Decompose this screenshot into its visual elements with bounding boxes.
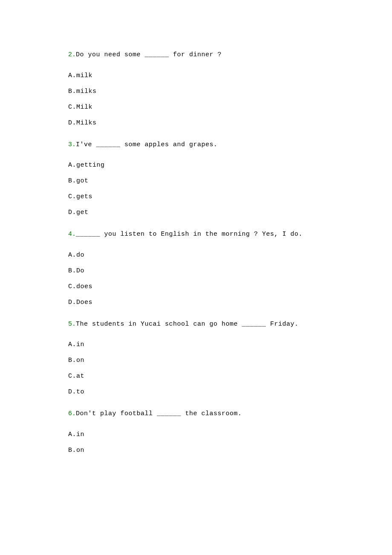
question-number: 6. — [68, 410, 76, 417]
question-3: 3.I've ______ some apples and grapes. A.… — [68, 140, 324, 217]
question-number: 2. — [68, 51, 76, 58]
question-prompt: 5.The students in Yucai school can go ho… — [68, 320, 324, 330]
question-prompt: 2.Do you need some ______ for dinner ? — [68, 50, 324, 60]
option-b: B.milks — [68, 88, 324, 95]
option-d: D.get — [68, 209, 324, 216]
option-d: D.Does — [68, 299, 324, 306]
question-text: I've ______ some apples and grapes. — [76, 141, 218, 148]
question-prompt: 3.I've ______ some apples and grapes. — [68, 140, 324, 150]
option-c: C.Milk — [68, 104, 324, 111]
option-a: A.getting — [68, 162, 324, 169]
question-5: 5.The students in Yucai school can go ho… — [68, 320, 324, 396]
option-a: A.in — [68, 341, 324, 348]
option-b: B.on — [68, 357, 324, 364]
question-4: 4.______ you listen to English in the mo… — [68, 230, 324, 306]
question-prompt: 6.Don't play football ______ the classro… — [68, 409, 324, 419]
option-b: B.got — [68, 177, 324, 185]
question-number: 3. — [68, 141, 76, 148]
question-6: 6.Don't play football ______ the classro… — [68, 409, 324, 454]
option-a: A.milk — [68, 72, 324, 79]
worksheet-content: 2.Do you need some ______ for dinner ? A… — [0, 0, 392, 454]
question-prompt: 4.______ you listen to English in the mo… — [68, 230, 324, 240]
option-b: B.Do — [68, 267, 324, 275]
option-c: C.does — [68, 283, 324, 290]
option-a: A.in — [68, 431, 324, 438]
option-c: C.at — [68, 373, 324, 380]
option-d: D.to — [68, 388, 324, 396]
question-2: 2.Do you need some ______ for dinner ? A… — [68, 50, 324, 127]
question-number: 5. — [68, 321, 76, 328]
question-text: Do you need some ______ for dinner ? — [76, 51, 222, 58]
option-c: C.gets — [68, 193, 324, 200]
question-text: Don't play football ______ the classroom… — [76, 410, 242, 417]
question-text: The students in Yucai school can go home… — [76, 321, 299, 328]
option-a: A.do — [68, 251, 324, 259]
option-d: D.Milks — [68, 119, 324, 127]
question-text: ______ you listen to English in the morn… — [76, 231, 303, 238]
question-number: 4. — [68, 231, 76, 238]
option-b: B.on — [68, 447, 324, 454]
